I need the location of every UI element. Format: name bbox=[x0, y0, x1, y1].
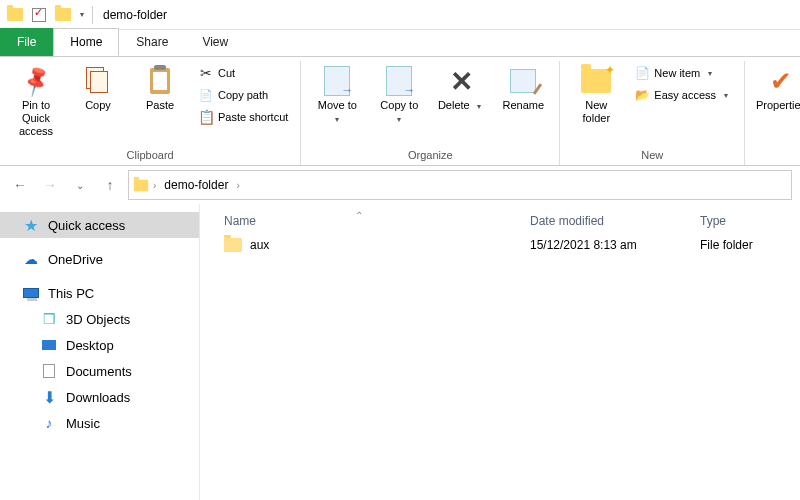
pc-icon bbox=[22, 285, 40, 301]
chevron-down-icon: ▾ bbox=[708, 69, 712, 78]
rename-button[interactable]: Rename bbox=[495, 63, 551, 114]
chevron-right-icon[interactable]: › bbox=[236, 180, 239, 191]
column-header-type[interactable]: Type bbox=[690, 214, 800, 228]
ribbon-group-clipboard: 📌 Pin to Quick access Copy Paste ✂ Cut 📄… bbox=[0, 61, 301, 165]
sidebar-item-label: Quick access bbox=[48, 218, 125, 233]
address-bar[interactable]: › demo-folder › bbox=[128, 170, 792, 200]
cut-button[interactable]: ✂ Cut bbox=[194, 63, 292, 83]
cut-label: Cut bbox=[218, 67, 235, 79]
new-group-label: New bbox=[641, 149, 663, 163]
navigation-bar: ← → ⌄ ↑ › demo-folder › bbox=[0, 166, 800, 204]
rename-label: Rename bbox=[503, 99, 545, 112]
new-item-button[interactable]: 📄 New item ▾ bbox=[630, 63, 736, 83]
properties-checkbox-icon[interactable] bbox=[28, 4, 50, 26]
ribbon-group-new: New folder 📄 New item ▾ 📂 Easy access ▾ … bbox=[560, 61, 745, 165]
sidebar-item-music[interactable]: ♪ Music bbox=[0, 410, 199, 436]
properties-label: Properties bbox=[756, 99, 800, 112]
delete-icon: ✕ bbox=[445, 65, 477, 97]
up-button[interactable]: ↑ bbox=[98, 173, 122, 197]
star-icon: ★ bbox=[22, 217, 40, 233]
title-bar: ▾ demo-folder bbox=[0, 0, 800, 30]
column-header-date[interactable]: Date modified bbox=[520, 214, 690, 228]
ribbon: 📌 Pin to Quick access Copy Paste ✂ Cut 📄… bbox=[0, 56, 800, 166]
delete-button[interactable]: ✕ Delete ▾ bbox=[433, 63, 489, 114]
desktop-icon bbox=[40, 337, 58, 353]
forward-button[interactable]: → bbox=[38, 173, 62, 197]
delete-label: Delete bbox=[438, 99, 470, 111]
chevron-down-icon: ▾ bbox=[724, 91, 728, 100]
copy-path-label: Copy path bbox=[218, 89, 268, 101]
column-header-name[interactable]: Name ⌃ bbox=[200, 214, 520, 228]
column-headers: Name ⌃ Date modified Type bbox=[200, 208, 800, 234]
sidebar-item-documents[interactable]: Documents bbox=[0, 358, 199, 384]
tab-home[interactable]: Home bbox=[53, 28, 119, 56]
sidebar-item-onedrive[interactable]: ☁ OneDrive bbox=[0, 246, 199, 272]
ribbon-group-organize: Move to ▾ Copy to ▾ ✕ Delete ▾ Rename Or… bbox=[301, 61, 560, 165]
sidebar-item-3d-objects[interactable]: ❒ 3D Objects bbox=[0, 306, 199, 332]
paste-icon bbox=[144, 65, 176, 97]
sidebar-item-label: OneDrive bbox=[48, 252, 103, 267]
chevron-down-icon: ▾ bbox=[335, 115, 339, 124]
separator bbox=[92, 6, 93, 24]
scissors-icon: ✂ bbox=[198, 65, 214, 81]
new-folder-icon bbox=[580, 65, 612, 97]
sidebar-item-desktop[interactable]: Desktop bbox=[0, 332, 199, 358]
pin-to-quick-access-button[interactable]: 📌 Pin to Quick access bbox=[8, 63, 64, 141]
easy-access-button[interactable]: 📂 Easy access ▾ bbox=[630, 85, 736, 105]
music-icon: ♪ bbox=[40, 415, 58, 431]
sidebar-item-label: Music bbox=[66, 416, 100, 431]
sort-indicator-icon: ⌃ bbox=[355, 210, 363, 221]
organize-group-label: Organize bbox=[408, 149, 453, 163]
paste-label: Paste bbox=[146, 99, 174, 112]
easy-access-icon: 📂 bbox=[634, 87, 650, 103]
copy-icon bbox=[82, 65, 114, 97]
file-list: Name ⌃ Date modified Type aux 15/12/2021… bbox=[200, 204, 800, 500]
new-folder-label: New folder bbox=[570, 99, 622, 125]
file-name: aux bbox=[250, 238, 269, 252]
window-title: demo-folder bbox=[103, 8, 167, 22]
qat-folder-icon[interactable] bbox=[52, 4, 74, 26]
main-content: ★ Quick access ☁ OneDrive This PC ❒ 3D O… bbox=[0, 204, 800, 500]
cube-icon: ❒ bbox=[40, 311, 58, 327]
new-item-label: New item bbox=[654, 67, 700, 79]
folder-icon bbox=[134, 179, 148, 191]
new-folder-button[interactable]: New folder bbox=[568, 63, 624, 127]
sidebar-item-label: Desktop bbox=[66, 338, 114, 353]
folder-icon[interactable] bbox=[4, 4, 26, 26]
file-date: 15/12/2021 8:13 am bbox=[520, 238, 690, 252]
chevron-down-icon: ▾ bbox=[477, 102, 481, 111]
tab-share[interactable]: Share bbox=[119, 28, 185, 56]
clipboard-group-label: Clipboard bbox=[127, 149, 174, 163]
move-to-label: Move to bbox=[318, 99, 357, 111]
paste-shortcut-icon: 📋 bbox=[198, 109, 214, 125]
quick-access-toolbar: ▾ bbox=[4, 4, 88, 26]
file-type: File folder bbox=[690, 238, 800, 252]
copy-to-button[interactable]: Copy to ▾ bbox=[371, 63, 427, 127]
sidebar-item-quick-access[interactable]: ★ Quick access bbox=[0, 212, 199, 238]
check-icon: ✔ bbox=[765, 65, 797, 97]
tab-file[interactable]: File bbox=[0, 28, 53, 56]
tab-view[interactable]: View bbox=[185, 28, 245, 56]
chevron-down-icon: ▾ bbox=[397, 115, 401, 124]
move-to-button[interactable]: Move to ▾ bbox=[309, 63, 365, 127]
recent-dropdown[interactable]: ⌄ bbox=[68, 173, 92, 197]
ribbon-group-open: ✔ Properties bbox=[745, 61, 800, 165]
copy-to-icon bbox=[383, 65, 415, 97]
file-row[interactable]: aux 15/12/2021 8:13 am File folder bbox=[200, 234, 800, 256]
copy-button[interactable]: Copy bbox=[70, 63, 126, 114]
pin-icon: 📌 bbox=[20, 65, 52, 97]
copy-path-button[interactable]: 📄 Copy path bbox=[194, 85, 292, 105]
sidebar-item-this-pc[interactable]: This PC bbox=[0, 280, 199, 306]
sidebar-item-downloads[interactable]: ⬇ Downloads bbox=[0, 384, 199, 410]
chevron-right-icon[interactable]: › bbox=[153, 180, 156, 191]
back-button[interactable]: ← bbox=[8, 173, 32, 197]
sidebar-item-label: Documents bbox=[66, 364, 132, 379]
paste-shortcut-button[interactable]: 📋 Paste shortcut bbox=[194, 107, 292, 127]
breadcrumb-demo-folder[interactable]: demo-folder bbox=[160, 176, 232, 194]
ribbon-tabs: File Home Share View bbox=[0, 30, 800, 56]
properties-button[interactable]: ✔ Properties bbox=[753, 63, 800, 114]
qat-dropdown-icon[interactable]: ▾ bbox=[80, 10, 84, 19]
paste-button[interactable]: Paste bbox=[132, 63, 188, 114]
document-icon bbox=[40, 363, 58, 379]
sidebar-item-label: 3D Objects bbox=[66, 312, 130, 327]
